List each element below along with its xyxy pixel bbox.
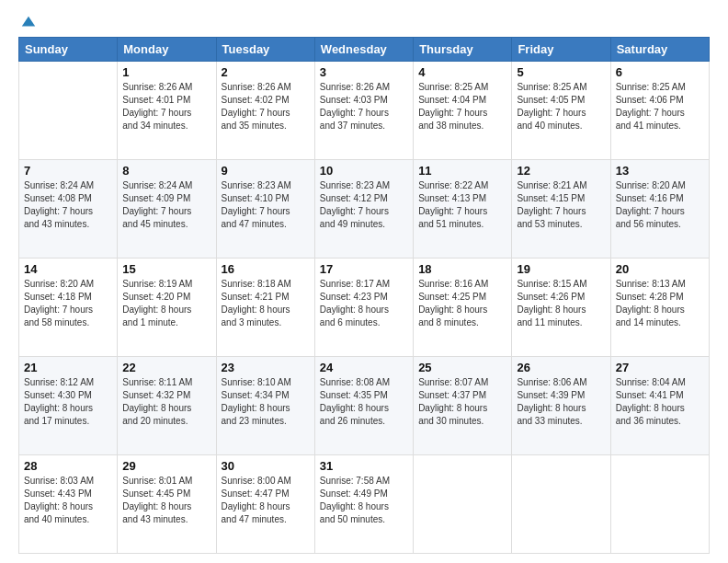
calendar-cell: 30Sunrise: 8:00 AMSunset: 4:47 PMDayligh… <box>216 455 314 554</box>
day-info: Sunrise: 8:03 AMSunset: 4:43 PMDaylight:… <box>24 475 112 526</box>
header-row: SundayMondayTuesdayWednesdayThursdayFrid… <box>19 38 710 62</box>
day-info: Sunrise: 8:10 AMSunset: 4:34 PMDaylight:… <box>222 376 310 428</box>
calendar-cell: 19Sunrise: 8:15 AMSunset: 4:26 PMDayligh… <box>512 259 610 357</box>
day-info: Sunrise: 8:07 AMSunset: 4:37 PMDaylight:… <box>418 376 506 428</box>
calendar-cell <box>512 455 610 554</box>
day-info: Sunrise: 8:26 AMSunset: 4:01 PMDaylight:… <box>122 81 210 132</box>
calendar-cell: 13Sunrise: 8:20 AMSunset: 4:16 PMDayligh… <box>610 160 709 259</box>
calendar-cell: 2Sunrise: 8:26 AMSunset: 4:02 PMDaylight… <box>216 62 314 160</box>
day-info: Sunrise: 8:16 AMSunset: 4:25 PMDaylight:… <box>418 278 506 329</box>
calendar-cell: 1Sunrise: 8:26 AMSunset: 4:01 PMDaylight… <box>118 62 216 160</box>
calendar-week-3: 14Sunrise: 8:20 AMSunset: 4:18 PMDayligh… <box>19 259 710 357</box>
day-number: 2 <box>222 65 310 79</box>
day-number: 1 <box>122 65 210 79</box>
calendar-cell: 14Sunrise: 8:20 AMSunset: 4:18 PMDayligh… <box>19 259 118 357</box>
day-number: 10 <box>320 164 408 178</box>
day-number: 13 <box>616 164 704 178</box>
day-info: Sunrise: 8:08 AMSunset: 4:35 PMDaylight:… <box>320 376 408 428</box>
day-header-friday: Friday <box>512 38 610 62</box>
day-info: Sunrise: 8:26 AMSunset: 4:02 PMDaylight:… <box>222 81 310 132</box>
day-header-wednesday: Wednesday <box>314 38 413 62</box>
calendar-cell <box>414 455 512 554</box>
day-header-sunday: Sunday <box>19 38 118 62</box>
day-info: Sunrise: 8:24 AMSunset: 4:09 PMDaylight:… <box>122 179 210 231</box>
day-number: 19 <box>517 262 605 276</box>
day-number: 6 <box>616 65 704 79</box>
calendar-cell <box>610 455 709 554</box>
calendar-cell: 25Sunrise: 8:07 AMSunset: 4:37 PMDayligh… <box>414 357 512 455</box>
calendar-cell: 4Sunrise: 8:25 AMSunset: 4:04 PMDaylight… <box>414 62 512 160</box>
day-number: 26 <box>517 361 605 374</box>
day-number: 21 <box>24 361 112 374</box>
calendar-cell: 24Sunrise: 8:08 AMSunset: 4:35 PMDayligh… <box>314 357 413 455</box>
day-info: Sunrise: 8:25 AMSunset: 4:05 PMDaylight:… <box>517 81 605 132</box>
day-number: 14 <box>24 262 112 276</box>
day-info: Sunrise: 8:18 AMSunset: 4:21 PMDaylight:… <box>222 278 310 329</box>
calendar-cell: 8Sunrise: 8:24 AMSunset: 4:09 PMDaylight… <box>118 160 216 259</box>
day-number: 18 <box>418 262 506 276</box>
header <box>18 15 710 29</box>
day-number: 25 <box>418 361 506 374</box>
day-header-saturday: Saturday <box>610 38 709 62</box>
logo <box>18 15 37 29</box>
calendar-cell: 21Sunrise: 8:12 AMSunset: 4:30 PMDayligh… <box>19 357 118 455</box>
day-info: Sunrise: 8:24 AMSunset: 4:08 PMDaylight:… <box>24 179 112 231</box>
day-number: 20 <box>616 262 704 276</box>
day-number: 9 <box>222 164 310 178</box>
logo-icon <box>20 15 37 31</box>
day-number: 8 <box>122 164 210 178</box>
day-number: 22 <box>122 361 210 374</box>
page: SundayMondayTuesdayWednesdayThursdayFrid… <box>0 0 728 563</box>
day-header-tuesday: Tuesday <box>216 38 314 62</box>
day-info: Sunrise: 8:23 AMSunset: 4:10 PMDaylight:… <box>222 179 310 231</box>
calendar-cell <box>19 62 118 160</box>
calendar-cell: 31Sunrise: 7:58 AMSunset: 4:49 PMDayligh… <box>314 455 413 554</box>
day-info: Sunrise: 8:04 AMSunset: 4:41 PMDaylight:… <box>616 376 704 428</box>
day-info: Sunrise: 8:13 AMSunset: 4:28 PMDaylight:… <box>616 278 704 329</box>
calendar-cell: 6Sunrise: 8:25 AMSunset: 4:06 PMDaylight… <box>610 62 709 160</box>
calendar-table: SundayMondayTuesdayWednesdayThursdayFrid… <box>18 37 710 554</box>
day-info: Sunrise: 8:11 AMSunset: 4:32 PMDaylight:… <box>122 376 210 428</box>
calendar-cell: 12Sunrise: 8:21 AMSunset: 4:15 PMDayligh… <box>512 160 610 259</box>
calendar-cell: 7Sunrise: 8:24 AMSunset: 4:08 PMDaylight… <box>19 160 118 259</box>
calendar-week-1: 1Sunrise: 8:26 AMSunset: 4:01 PMDaylight… <box>19 62 710 160</box>
day-info: Sunrise: 8:01 AMSunset: 4:45 PMDaylight:… <box>122 475 210 526</box>
calendar-week-5: 28Sunrise: 8:03 AMSunset: 4:43 PMDayligh… <box>19 455 710 554</box>
day-number: 28 <box>24 459 112 473</box>
day-info: Sunrise: 8:25 AMSunset: 4:06 PMDaylight:… <box>616 81 704 132</box>
day-number: 16 <box>222 262 310 276</box>
day-info: Sunrise: 8:21 AMSunset: 4:15 PMDaylight:… <box>517 179 605 231</box>
day-info: Sunrise: 8:25 AMSunset: 4:04 PMDaylight:… <box>418 81 506 132</box>
day-number: 31 <box>320 459 408 473</box>
day-header-thursday: Thursday <box>414 38 512 62</box>
day-number: 29 <box>122 459 210 473</box>
calendar-cell: 18Sunrise: 8:16 AMSunset: 4:25 PMDayligh… <box>414 259 512 357</box>
day-number: 27 <box>616 361 704 374</box>
day-info: Sunrise: 8:00 AMSunset: 4:47 PMDaylight:… <box>222 475 310 526</box>
calendar-cell: 9Sunrise: 8:23 AMSunset: 4:10 PMDaylight… <box>216 160 314 259</box>
day-info: Sunrise: 8:12 AMSunset: 4:30 PMDaylight:… <box>24 376 112 428</box>
day-info: Sunrise: 8:15 AMSunset: 4:26 PMDaylight:… <box>517 278 605 329</box>
day-number: 11 <box>418 164 506 178</box>
day-info: Sunrise: 8:26 AMSunset: 4:03 PMDaylight:… <box>320 81 408 132</box>
day-info: Sunrise: 8:22 AMSunset: 4:13 PMDaylight:… <box>418 179 506 231</box>
day-info: Sunrise: 8:19 AMSunset: 4:20 PMDaylight:… <box>122 278 210 329</box>
calendar-cell: 11Sunrise: 8:22 AMSunset: 4:13 PMDayligh… <box>414 160 512 259</box>
day-number: 3 <box>320 65 408 79</box>
calendar-week-2: 7Sunrise: 8:24 AMSunset: 4:08 PMDaylight… <box>19 160 710 259</box>
calendar-cell: 20Sunrise: 8:13 AMSunset: 4:28 PMDayligh… <box>610 259 709 357</box>
calendar-cell: 28Sunrise: 8:03 AMSunset: 4:43 PMDayligh… <box>19 455 118 554</box>
day-number: 30 <box>222 459 310 473</box>
calendar-cell: 15Sunrise: 8:19 AMSunset: 4:20 PMDayligh… <box>118 259 216 357</box>
day-info: Sunrise: 8:23 AMSunset: 4:12 PMDaylight:… <box>320 179 408 231</box>
day-number: 7 <box>24 164 112 178</box>
day-info: Sunrise: 8:06 AMSunset: 4:39 PMDaylight:… <box>517 376 605 428</box>
calendar-cell: 27Sunrise: 8:04 AMSunset: 4:41 PMDayligh… <box>610 357 709 455</box>
day-number: 15 <box>122 262 210 276</box>
day-number: 23 <box>222 361 310 374</box>
calendar-week-4: 21Sunrise: 8:12 AMSunset: 4:30 PMDayligh… <box>19 357 710 455</box>
day-number: 17 <box>320 262 408 276</box>
day-number: 5 <box>517 65 605 79</box>
day-number: 12 <box>517 164 605 178</box>
day-info: Sunrise: 8:17 AMSunset: 4:23 PMDaylight:… <box>320 278 408 329</box>
